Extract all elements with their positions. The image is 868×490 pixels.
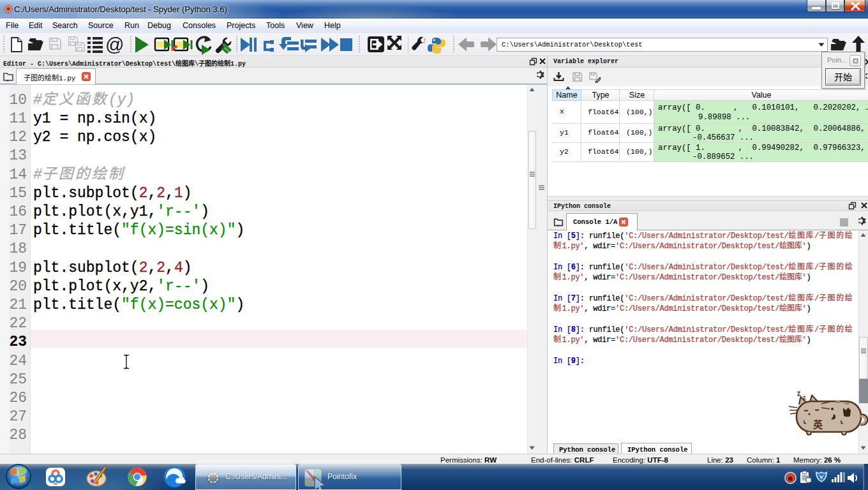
svg-text:@: @ bbox=[105, 34, 124, 55]
svg-text:英: 英 bbox=[813, 417, 823, 431]
